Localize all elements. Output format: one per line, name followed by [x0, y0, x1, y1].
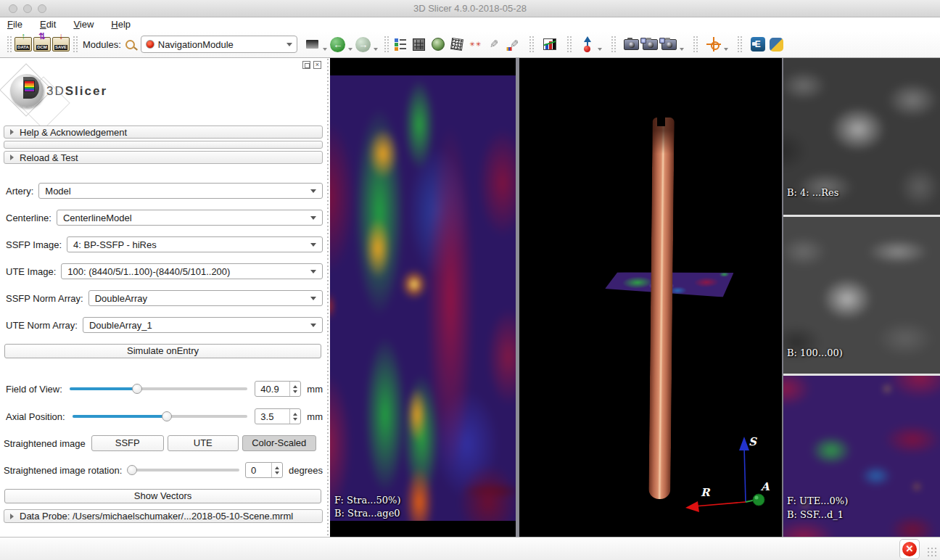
chevron-down-icon	[724, 48, 728, 51]
module-history-button[interactable]	[303, 33, 322, 55]
chevron-down-icon	[310, 297, 316, 300]
fov-unit: mm	[307, 384, 323, 395]
rotation-spinbox[interactable]: 0	[245, 462, 283, 478]
rotation-slider[interactable]	[128, 465, 239, 475]
error-icon: ✕	[902, 542, 917, 556]
chart-icon	[543, 38, 556, 50]
toolbar-grip[interactable]	[611, 36, 616, 53]
extensions-icon: E	[751, 37, 765, 52]
simulate-onentry-button[interactable]: Simulate onEntry	[4, 344, 321, 358]
load-data-button[interactable]: ↑ DATA	[14, 33, 33, 55]
chevron-down-icon	[374, 48, 378, 51]
straightened-label: Straightened image	[4, 438, 86, 449]
error-log-button[interactable]: ✕	[899, 539, 920, 559]
place-fiducial-icon	[583, 36, 592, 52]
color-scaled-button[interactable]: Color-Scaled	[242, 435, 316, 451]
plots-button[interactable]	[540, 33, 559, 55]
straightened-background-label: B: Stra...age0	[334, 508, 400, 519]
volumes-button[interactable]	[410, 33, 429, 55]
green-slice-view[interactable]: F: UTE...0%) B: SSF...d_1	[783, 376, 940, 537]
chevron-down-icon	[598, 48, 602, 51]
toolbar-grip[interactable]	[693, 36, 698, 53]
threed-view[interactable]: S R A	[519, 58, 782, 537]
toolbar-grip[interactable]	[384, 36, 389, 53]
side-view-column: B: 4: ...Res B: 100...00) F: UTE...0%) B…	[783, 58, 940, 537]
ssfp-view-button[interactable]: SSFP	[91, 435, 164, 451]
title-bar: 3D Slicer 4.9.0-2018-05-28	[0, 0, 940, 17]
module-selector[interactable]: NavigationModule	[141, 36, 297, 53]
show-vectors-button[interactable]: Show Vectors	[4, 489, 321, 503]
reload-test-section[interactable]: Reload & Test	[4, 151, 323, 164]
straightened-slice-view[interactable]: F: Stra...50%) B: Stra...age0	[330, 58, 516, 537]
toolbar-grip[interactable]	[737, 36, 742, 53]
module-search-icon[interactable]	[125, 40, 135, 49]
dicom-button[interactable]: ⇅ DCM	[33, 33, 51, 55]
yellow-slice-view[interactable]: B: 100...00)	[783, 217, 940, 374]
ssfp-image-label: SSFP Image:	[6, 239, 62, 250]
toolbar-grip[interactable]	[529, 36, 534, 53]
scene-camera-icon	[643, 39, 658, 50]
close-panel-button[interactable]: ×	[313, 61, 321, 69]
centerline-selector[interactable]: CenterlineModel	[57, 210, 323, 226]
ute-view-button[interactable]: UTE	[168, 435, 239, 451]
rotation-label: Straightened image rotation:	[4, 465, 122, 476]
artery-selector[interactable]: Model	[38, 183, 323, 199]
collapse-arrow-icon	[10, 155, 14, 160]
module-history-icon	[306, 40, 318, 49]
module-forward-button[interactable]: →	[354, 33, 373, 55]
fov-spin-buttons[interactable]	[289, 382, 300, 396]
python-console-button[interactable]	[767, 33, 786, 55]
fov-slider-handle[interactable]	[132, 384, 142, 394]
axial-slider[interactable]	[73, 411, 248, 421]
ute-norm-selector[interactable]: DoubleArray_1	[83, 317, 323, 333]
crosshair-button[interactable]	[704, 33, 723, 55]
chevron-down-icon	[680, 48, 684, 51]
menu-file[interactable]: File	[7, 19, 22, 30]
ute-image-selector[interactable]: 100: (8440/5/1..100)-(8440/5/101..200)	[61, 263, 323, 279]
restore-scene-view-button[interactable]	[660, 33, 679, 55]
ute-image-row: UTE Image: 100: (8440/5/1..100)-(8440/5/…	[6, 263, 323, 279]
chevron-down-icon	[310, 243, 316, 247]
fov-spinbox[interactable]: 40.9	[255, 381, 301, 397]
centerline-row: Centerline: CenterlineModel	[6, 210, 323, 226]
axial-spin-buttons[interactable]	[289, 409, 300, 424]
python-icon	[770, 38, 783, 52]
scene-view-button[interactable]	[641, 33, 660, 55]
ssfp-norm-label: SSFP Norm Array:	[6, 293, 83, 304]
artery-label: Artery:	[6, 186, 33, 197]
toolbar-grip[interactable]	[7, 36, 12, 53]
modules-label: Modules:	[83, 39, 121, 50]
window-title: 3D Slicer 4.9.0-2018-05-28	[0, 3, 940, 14]
toolbar-grip[interactable]	[566, 36, 572, 53]
layout-module-panel-button[interactable]	[391, 33, 410, 55]
help-acknowledgement-section[interactable]: Help & Acknowledgement	[4, 125, 323, 139]
module-back-button[interactable]: ←	[329, 33, 347, 55]
annotations-button[interactable]: ✎	[485, 33, 504, 55]
extensions-manager-button[interactable]: E	[749, 33, 767, 55]
menu-view[interactable]: View	[73, 19, 94, 30]
rotation-slider-handle[interactable]	[127, 465, 137, 475]
annotations-color-button[interactable]: ✎	[504, 33, 523, 55]
fov-slider[interactable]	[70, 384, 248, 394]
screenshot-button[interactable]	[622, 33, 641, 55]
menu-help[interactable]: Help	[111, 19, 131, 30]
mouse-mode-button[interactable]	[578, 33, 597, 55]
ssfp-norm-selector[interactable]: DoubleArray	[88, 290, 323, 306]
data-probe-section[interactable]: Data Probe: /Users/michaelschumaker/...2…	[4, 509, 323, 523]
rotation-spin-buttons[interactable]	[271, 463, 282, 477]
straightened-foreground-label: F: Stra...50%)	[334, 495, 401, 506]
transforms-button[interactable]	[448, 33, 466, 55]
axis-a-label: A	[760, 480, 770, 493]
ute-norm-row: UTE Norm Array: DoubleArray_1	[6, 317, 323, 333]
undock-panel-button[interactable]	[302, 61, 310, 69]
save-button[interactable]: ↓ SAVE	[51, 33, 70, 55]
axial-slider-handle[interactable]	[162, 411, 172, 421]
ssfp-image-selector[interactable]: 4: BP-SSFP - hiRes	[67, 236, 323, 252]
toolbar-grip[interactable]	[73, 36, 78, 53]
markups-button[interactable]: ✳✳	[466, 33, 485, 55]
axial-spinbox[interactable]: 3.5	[255, 408, 301, 424]
red-slice-view[interactable]: B: 4: ...Res	[783, 58, 940, 215]
menu-edit[interactable]: Edit	[40, 19, 56, 30]
models-button[interactable]	[429, 33, 448, 55]
resize-grip[interactable]	[927, 547, 937, 557]
